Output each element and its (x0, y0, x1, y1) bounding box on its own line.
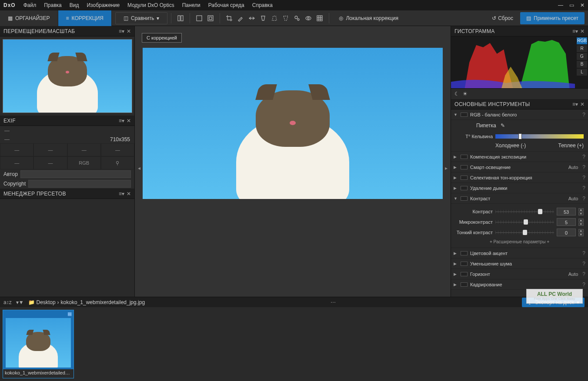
tab-organizer[interactable]: ▦ ОРГАНАЙЗЕР (0, 10, 58, 26)
path-more[interactable]: ⋯ (149, 299, 518, 305)
apply-preset-button[interactable]: ▤ Применить пресет (520, 12, 585, 24)
sliders-icon: ≡ (66, 15, 69, 21)
close-icon[interactable]: ✕ (580, 2, 585, 8)
menu-image[interactable]: Изображение (87, 2, 120, 8)
tool-smart-lighting[interactable]: ▶Смарт-освещениеAuto? (451, 162, 588, 172)
grid-icon: ▦ (8, 15, 13, 21)
menu-view[interactable]: Вид (70, 2, 79, 8)
breadcrumb[interactable]: 📁 Desktop › kokoko_1_webmixerdetailed_jp… (28, 299, 145, 305)
exif-colorspace: RGB (67, 156, 101, 169)
preview-image (143, 48, 443, 199)
panel-close-icon[interactable]: ✕ (580, 28, 585, 34)
tool-noise[interactable]: ▶Уменьшение шума? (451, 258, 588, 269)
grid-overlay-icon[interactable] (315, 13, 324, 23)
image-canvas[interactable]: ◂ С коррекцией ▸ (135, 26, 451, 297)
filter-icon[interactable]: ▾▼ (16, 299, 24, 305)
tool-exposure[interactable]: ▶Компенсация экспозиции? (451, 152, 588, 162)
collapse-left-icon[interactable]: ◂ (136, 162, 143, 175)
tool-selective-tone[interactable]: ▶Селективная тон-коррекция? (451, 172, 588, 183)
perspective-icon[interactable] (258, 13, 268, 23)
microcontrast-value[interactable]: 5 (557, 218, 576, 226)
layout-single-icon[interactable] (176, 13, 185, 23)
thumbnail[interactable]: ▦ kokoko_1_webmixerdetailed_j... (3, 310, 74, 378)
panel-menu-icon[interactable]: ≡▾ (572, 101, 578, 107)
fit-icon[interactable] (194, 13, 204, 23)
panel-menu-icon[interactable]: ≡▾ (119, 28, 125, 34)
advanced-params[interactable]: + Расширенные параметры + (455, 238, 584, 245)
horizon-icon[interactable] (247, 13, 257, 23)
brush-icon[interactable] (236, 13, 245, 23)
author-input[interactable] (20, 170, 131, 178)
crop-icon[interactable] (224, 13, 234, 23)
fine-contrast-value[interactable]: 0 (557, 229, 576, 236)
svg-point-8 (307, 17, 309, 19)
svg-rect-2 (197, 16, 202, 21)
panel-menu-icon[interactable]: ≡▾ (119, 191, 125, 197)
main-toolbar: ▦ ОРГАНАЙЗЕР ≡ КОРРЕКЦИЯ ◫ Сравнить ▾ ◎ … (0, 10, 588, 26)
contrast-value[interactable]: 53 (557, 208, 576, 215)
kelvin-slider[interactable] (495, 134, 584, 139)
histogram-l[interactable]: L (577, 69, 587, 76)
menu-panels[interactable]: Панели (182, 2, 200, 8)
watermark: ALL PC World Free Apps One Click Away (526, 289, 583, 304)
highlight-clip-icon[interactable]: ☀ (463, 91, 468, 97)
perspective3-icon[interactable] (281, 13, 291, 23)
fine-contrast-slider[interactable] (495, 229, 554, 235)
compare-icon: ◫ (124, 15, 128, 21)
main-tools-header: ОСНОВНЫЕ ИНСТРУМЕНТЫ ≡▾✕ (451, 99, 588, 109)
panel-close-icon[interactable]: ✕ (127, 118, 131, 124)
repair-icon[interactable] (292, 13, 302, 23)
reset-icon: ↺ (492, 15, 496, 21)
zoom-1to1-icon[interactable] (206, 13, 215, 23)
svg-rect-3 (208, 16, 213, 21)
collapse-right-icon[interactable]: ▸ (443, 162, 450, 175)
minimize-icon[interactable]: — (558, 2, 563, 8)
compare-button[interactable]: ◫ Сравнить ▾ (115, 12, 167, 24)
contrast-slider[interactable] (495, 209, 554, 215)
svg-point-6 (297, 19, 299, 20)
menu-workspace[interactable]: Рабочая среда (208, 2, 244, 8)
tool-color-accent[interactable]: ▶Цветовой акцент? (451, 248, 588, 258)
menu-help[interactable]: Справка (252, 2, 273, 8)
shadow-clip-icon[interactable]: ☾ (454, 91, 459, 97)
histogram-g[interactable]: G (577, 53, 587, 60)
tab-correction[interactable]: ≡ КОРРЕКЦИЯ (58, 10, 112, 26)
copyright-input[interactable] (28, 180, 131, 188)
histogram-rgb[interactable]: RGB (577, 37, 587, 44)
panel-menu-icon[interactable]: ≡▾ (572, 28, 578, 34)
microcontrast-slider[interactable] (495, 219, 554, 225)
preset-manager-header: МЕНЕДЖЕР ПРЕСЕТОВ ≡▾✕ (0, 189, 134, 199)
menu-optics[interactable]: Модули DxO Optics (127, 2, 174, 8)
panel-close-icon[interactable]: ✕ (127, 28, 131, 34)
tool-haze[interactable]: ▶Удаление дымки? (451, 183, 588, 193)
tool-white-balance[interactable]: ▼ RGB - баланс белого ? (451, 109, 588, 120)
tool-contrast[interactable]: ▼КонтрастAuto? (451, 193, 588, 204)
panel-close-icon[interactable]: ✕ (580, 101, 585, 107)
perspective2-icon[interactable] (270, 13, 279, 23)
chevron-down-icon: ▾ (157, 15, 159, 21)
app-logo: DxO (3, 2, 16, 8)
panel-menu-icon[interactable]: ≡▾ (119, 118, 125, 124)
pipette-label: Пипетка (476, 123, 496, 129)
contrast-up[interactable]: ▴ (578, 208, 584, 212)
contrast-down[interactable]: ▾ (578, 212, 584, 215)
sort-icon[interactable]: a↕z (3, 299, 12, 305)
local-correction-button[interactable]: ◎ Локальная коррекция (333, 15, 404, 21)
maximize-icon[interactable]: ▭ (569, 2, 574, 8)
reset-button[interactable]: ↺ Сброс (488, 15, 517, 21)
pathbar: a↕z ▾▼ 📁 Desktop › kokoko_1_webmixerdeta… (0, 297, 588, 307)
svg-point-7 (306, 17, 311, 20)
exif-panel-header: EXIF ≡▾✕ (0, 116, 134, 126)
menu-edit[interactable]: Правка (44, 2, 62, 8)
tool-crop[interactable]: ▶Кадрирование? (451, 279, 588, 290)
histogram-b[interactable]: B (577, 61, 587, 68)
eyedropper-icon[interactable]: ✎ (501, 123, 505, 129)
thumbnail-filename: kokoko_1_webmixerdetailed_j... (3, 369, 74, 378)
tool-horizon[interactable]: ▶ГоризонтAuto? (451, 269, 588, 279)
panel-close-icon[interactable]: ✕ (127, 191, 131, 197)
menu-file[interactable]: Файл (23, 2, 37, 8)
eye-icon[interactable] (304, 13, 313, 23)
histogram-r[interactable]: R (577, 45, 587, 52)
location-icon: ⚲ (101, 156, 134, 169)
navigator-preview[interactable] (3, 39, 132, 113)
